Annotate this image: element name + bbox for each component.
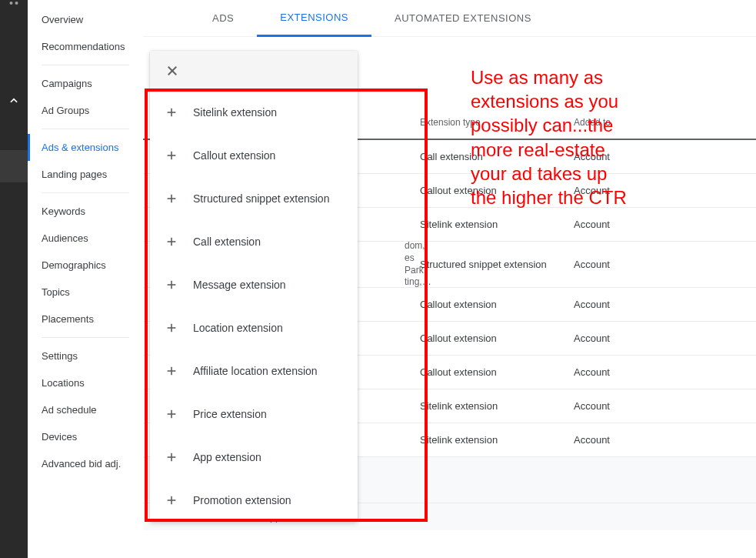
dropdown-item-structured-snippet[interactable]: Structured snippet extension: [150, 177, 358, 220]
tab-extensions[interactable]: EXTENSIONS: [257, 0, 371, 37]
dropdown-item-label: Affiliate location extension: [193, 365, 318, 377]
tab-ads[interactable]: ADS: [189, 0, 257, 37]
dropdown-item-label: Sitelink extension: [193, 106, 277, 119]
dropdown-item-callout[interactable]: Callout extension: [150, 134, 358, 177]
chevron-up-icon[interactable]: [8, 95, 19, 106]
dropdown-item-call[interactable]: Call extension: [150, 220, 358, 263]
left-rail: [0, 0, 28, 558]
dropdown-item-sitelink[interactable]: Sitelink extension: [150, 91, 358, 134]
sidebar-item-devices[interactable]: Devices: [28, 423, 143, 450]
sidebar-item-settings[interactable]: Settings: [28, 342, 143, 369]
dropdown-item-label: App extension: [193, 451, 261, 463]
sidebar-item-advanced-bid[interactable]: Advanced bid adj.: [28, 450, 143, 477]
dropdown-item-location[interactable]: Location extension: [150, 306, 358, 349]
dropdown-item-promotion[interactable]: Promotion extension: [150, 479, 358, 522]
close-icon[interactable]: [165, 64, 179, 78]
sidebar-item-locations[interactable]: Locations: [28, 369, 143, 396]
sidebar-item-recommendations[interactable]: Recommendations: [28, 33, 143, 60]
plus-icon: [164, 322, 179, 334]
plus-icon: [164, 365, 179, 377]
sidebar-item-demographics[interactable]: Demographics: [28, 252, 143, 279]
divider: [42, 129, 129, 129]
plus-icon: [164, 192, 179, 205]
sidebar-item-keywords[interactable]: Keywords: [28, 198, 143, 225]
dropdown-item-price[interactable]: Price extension: [150, 393, 358, 436]
sidebar-item-placements[interactable]: Placements: [28, 306, 143, 332]
sidebar-item-audiences[interactable]: Audiences: [28, 225, 143, 252]
sidebar-item-landing-pages[interactable]: Landing pages: [28, 161, 143, 188]
plus-icon: [164, 106, 179, 119]
dropdown-item-label: Location extension: [193, 322, 283, 334]
rail-dots-icon: [10, 2, 18, 5]
dropdown-header: [150, 51, 358, 91]
dropdown-item-app[interactable]: App extension: [150, 436, 358, 479]
plus-icon: [164, 408, 179, 420]
sidebar-item-ad-schedule[interactable]: Ad schedule: [28, 396, 143, 423]
tab-bar: ADS EXTENSIONS AUTOMATED EXTENSIONS: [143, 0, 756, 37]
sidebar-item-ad-groups[interactable]: Ad Groups: [28, 97, 143, 124]
dropdown-item-affiliate-location[interactable]: Affiliate location extension: [150, 349, 358, 393]
dropdown-item-message[interactable]: Message extension: [150, 263, 358, 306]
dropdown-item-label: Callout extension: [193, 149, 275, 162]
plus-icon: [164, 279, 179, 291]
sidebar-item-topics[interactable]: Topics: [28, 279, 143, 306]
rail-marker: [0, 150, 28, 182]
divider: [42, 65, 129, 65]
annotation-text: Use as many as extensions as you possibl…: [471, 65, 627, 209]
divider: [42, 337, 129, 338]
dropdown-item-label: Promotion extension: [193, 494, 291, 506]
divider: [42, 192, 129, 193]
sidebar-item-campaigns[interactable]: Campaigns: [28, 70, 143, 97]
dropdown-item-label: Price extension: [193, 408, 267, 420]
dropdown-item-label: Structured snippet extension: [193, 192, 329, 205]
tab-automated-extensions[interactable]: AUTOMATED EXTENSIONS: [371, 0, 555, 37]
dropdown-item-label: Call extension: [193, 236, 261, 248]
plus-icon: [164, 236, 179, 248]
add-extension-dropdown: Sitelink extension Callout extension Str…: [150, 51, 358, 522]
dropdown-item-label: Message extension: [193, 279, 286, 291]
plus-icon: [164, 149, 179, 162]
sidebar: Overview Recommendations Campaigns Ad Gr…: [28, 0, 143, 558]
sidebar-item-ads-extensions[interactable]: Ads & extensions: [28, 134, 143, 161]
sidebar-item-overview[interactable]: Overview: [28, 6, 143, 33]
plus-icon: [164, 451, 179, 463]
plus-icon: [164, 494, 179, 506]
